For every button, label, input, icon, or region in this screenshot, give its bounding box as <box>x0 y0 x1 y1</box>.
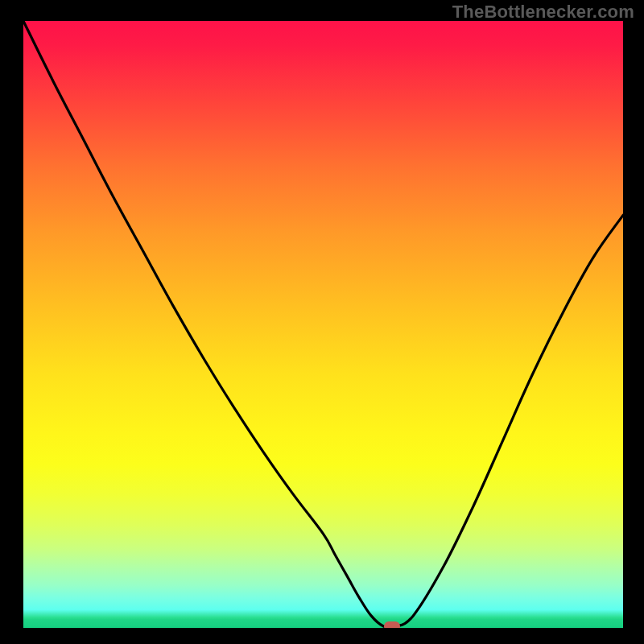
watermark-label: TheBottlenecker.com <box>452 2 634 23</box>
optimal-marker <box>384 621 400 628</box>
plot-area <box>23 21 623 628</box>
bottleneck-curve <box>23 21 623 628</box>
chart-frame: TheBottlenecker.com <box>0 0 644 644</box>
